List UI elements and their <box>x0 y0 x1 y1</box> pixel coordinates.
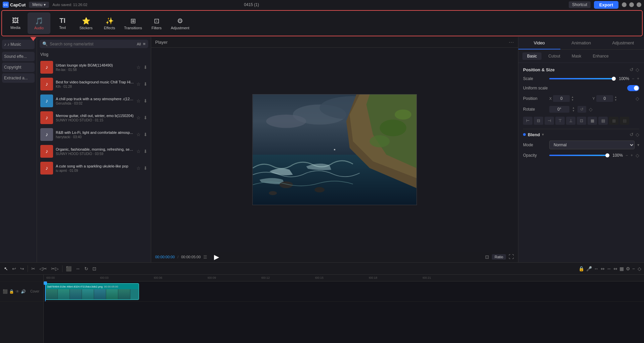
opacity-decrease[interactable]: − <box>626 153 628 158</box>
timeline-icon[interactable]: ☰ <box>203 255 207 260</box>
x-up[interactable]: ▲ <box>571 96 574 99</box>
sidebar-copyright-button[interactable]: Copyright <box>2 63 35 72</box>
position-keyframe[interactable]: ◇ <box>636 96 639 101</box>
blend-keyframe-button[interactable]: ◇ <box>636 132 639 137</box>
toolbar-text[interactable]: TI Text <box>51 12 74 34</box>
tl-track-icon-2[interactable]: 🔒 <box>9 289 14 294</box>
tl-settings-button[interactable]: ⚙ <box>626 266 630 271</box>
zoom-fit-button[interactable]: ⊡ <box>485 254 489 260</box>
tl-track-icon-4[interactable]: 🔊 <box>21 289 26 294</box>
blend-expand[interactable]: ▾ <box>542 132 544 137</box>
align-distribute-h[interactable]: ▦ <box>588 117 597 125</box>
sidebar-extracted-button[interactable]: Extracted a... <box>2 73 35 83</box>
subtab-mask[interactable]: Mask <box>567 52 586 60</box>
song-favorite-button[interactable]: ☆ <box>136 81 141 87</box>
tab-video[interactable]: Video <box>518 37 560 49</box>
song-item[interactable]: ♪ Organic, fashionable, morning, refresh… <box>37 143 151 160</box>
song-download-button[interactable]: ⬇ <box>143 65 147 70</box>
song-item[interactable]: ♪ Merrow guitar, chill out, winter, emo … <box>37 109 151 126</box>
blend-mode-select[interactable]: Normal Multiply Screen Overlay Darken Li… <box>549 141 635 149</box>
fullscreen-button[interactable]: ⛶ <box>509 254 514 260</box>
y-input[interactable] <box>596 95 613 102</box>
song-download-button[interactable]: ⬇ <box>143 132 147 137</box>
tl-freeze-button[interactable]: ⬛ <box>65 265 73 272</box>
uniform-scale-toggle[interactable] <box>627 85 639 91</box>
tl-cursor-button[interactable]: ↖ <box>3 265 9 272</box>
toolbar-filters[interactable]: ⊡ Filters <box>145 12 168 34</box>
song-favorite-button[interactable]: ☆ <box>136 165 141 171</box>
song-download-button[interactable]: ⬇ <box>143 98 147 104</box>
rotate-input[interactable] <box>549 106 569 113</box>
song-download-button[interactable]: ⬇ <box>143 165 147 171</box>
align-right-button[interactable]: ⊣ <box>545 117 554 125</box>
all-filter-button[interactable]: All <box>137 42 141 46</box>
song-item[interactable]: ♪ R&B with Lo-Fi, light and comfortable … <box>37 126 151 143</box>
song-favorite-button[interactable]: ☆ <box>136 98 141 104</box>
toolbar-audio[interactable]: 🎵 Audio <box>28 12 50 34</box>
tl-mirror-button[interactable]: ↔ <box>74 265 82 272</box>
tl-track-icon-3[interactable]: 👁 <box>15 289 19 294</box>
tl-volume-button[interactable]: − <box>632 266 635 271</box>
sidebar-sound-effects-button[interactable]: Sound effe... <box>2 52 35 61</box>
search-input[interactable] <box>50 42 135 46</box>
rotate-reset[interactable]: ↺ <box>577 106 586 113</box>
align-bottom-button[interactable]: ⊡ <box>577 117 586 125</box>
song-download-button[interactable]: ⬇ <box>143 115 147 120</box>
song-download-button[interactable]: ⬇ <box>143 149 147 154</box>
tab-adjustment[interactable]: Adjustment <box>602 37 644 49</box>
tl-more-button[interactable]: ▦ <box>619 266 624 271</box>
scale-thumb[interactable] <box>612 77 616 81</box>
tl-split-left-button[interactable]: ◁✂ <box>38 265 48 272</box>
align-left-button[interactable]: ⊢ <box>523 117 532 125</box>
window-minimize[interactable] <box>622 2 627 7</box>
song-favorite-button[interactable]: ☆ <box>136 65 141 70</box>
song-favorite-button[interactable]: ☆ <box>136 115 141 120</box>
tl-split-button[interactable]: ✂ <box>30 265 37 272</box>
preview-menu-icon[interactable]: ⋯ <box>509 39 514 45</box>
tl-zoom-out-button[interactable]: ⇔ <box>613 266 617 271</box>
scale-decrease[interactable]: − <box>632 76 634 81</box>
align-center-h-button[interactable]: ⊟ <box>534 117 543 125</box>
tl-lock-button[interactable]: 🔒 <box>578 266 584 271</box>
tl-rotate-button[interactable]: ↻ <box>83 265 90 272</box>
song-item[interactable]: ♪ A chill pop truck with a sexy atmosphe… <box>37 92 151 109</box>
opacity-keyframe[interactable]: ◇ <box>636 153 639 158</box>
toolbar-effects[interactable]: ✨ Effects <box>98 12 121 34</box>
toolbar-transitions[interactable]: ⊞ Transitions <box>122 12 144 34</box>
align-distribute-v[interactable]: ▤ <box>598 117 608 125</box>
window-maximize[interactable] <box>629 2 634 7</box>
song-item[interactable]: ♪ Best for video background music Chill … <box>37 76 151 92</box>
tl-fit-button[interactable]: ↔ <box>594 266 599 271</box>
ratio-button[interactable]: Ratio <box>492 254 506 260</box>
align-top-button[interactable]: ⊤ <box>555 117 565 125</box>
x-down[interactable]: ▼ <box>571 99 574 102</box>
song-favorite-button[interactable]: ☆ <box>136 132 141 137</box>
playhead[interactable] <box>45 281 46 301</box>
y-down[interactable]: ▼ <box>614 99 617 102</box>
tl-redo-button[interactable]: ↪ <box>19 265 26 272</box>
position-reset-button[interactable]: ↺ <box>630 67 634 72</box>
align-center-v-button[interactable]: ⊥ <box>566 117 575 125</box>
y-up[interactable]: ▲ <box>614 96 617 99</box>
song-item[interactable]: ♪ A cute song with a sparkling ukulele-l… <box>37 160 151 177</box>
filter-icon[interactable]: ≡ <box>143 41 145 46</box>
x-input[interactable] <box>553 95 570 102</box>
subtab-basic[interactable]: Basic <box>522 52 542 60</box>
scale-slider[interactable] <box>549 78 614 79</box>
blend-reset-button[interactable]: ↺ <box>630 132 634 137</box>
subtab-cutout[interactable]: Cutout <box>544 52 565 60</box>
tl-mic-button[interactable]: 🎤 <box>586 266 592 271</box>
play-button[interactable]: ▶ <box>214 253 219 261</box>
shortcut-button[interactable]: Shortcut <box>569 1 591 8</box>
sidebar-music-button[interactable]: ♪ ♪ Music <box>2 40 35 49</box>
position-keyframe-button[interactable]: ◇ <box>636 67 639 72</box>
rotate-down[interactable]: ▼ <box>572 110 575 112</box>
tab-animation[interactable]: Animation <box>560 37 602 49</box>
song-download-button[interactable]: ⬇ <box>143 81 147 87</box>
tl-track-icon-1[interactable]: ⬛ <box>3 289 8 294</box>
toolbar-stickers[interactable]: ⭐ Stickers <box>75 12 97 34</box>
export-button[interactable]: Export <box>594 1 618 9</box>
subtab-enhance[interactable]: Enhance <box>588 52 613 60</box>
opacity-slider[interactable] <box>549 155 608 156</box>
tl-undo-button[interactable]: ↩ <box>11 265 17 272</box>
